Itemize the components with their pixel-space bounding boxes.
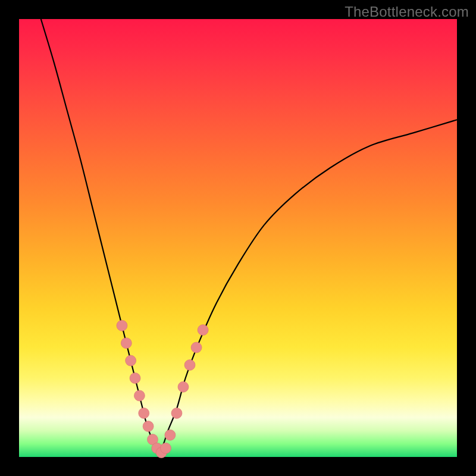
- scatter-dot: [161, 443, 171, 453]
- scatter-dot: [130, 373, 140, 384]
- scatter-dots: [117, 320, 208, 458]
- scatter-dot: [117, 320, 127, 331]
- scatter-dot: [143, 421, 154, 431]
- watermark-text: TheBottleneck.com: [345, 4, 469, 20]
- scatter-dot: [139, 408, 149, 418]
- scatter-dot: [184, 359, 195, 370]
- scatter-dot: [121, 338, 131, 349]
- scatter-dot: [198, 325, 208, 336]
- scatter-dot: [171, 408, 182, 418]
- curve-right: [159, 120, 457, 452]
- scatter-dot: [178, 381, 189, 392]
- chart-svg: [19, 19, 457, 457]
- scatter-dot: [126, 355, 136, 366]
- scatter-dot: [134, 390, 145, 401]
- scatter-dot: [191, 342, 202, 353]
- curve-left: [41, 19, 159, 453]
- plot-area: [19, 19, 457, 457]
- scatter-dot: [165, 430, 176, 440]
- chart-frame: TheBottleneck.com: [0, 0, 476, 476]
